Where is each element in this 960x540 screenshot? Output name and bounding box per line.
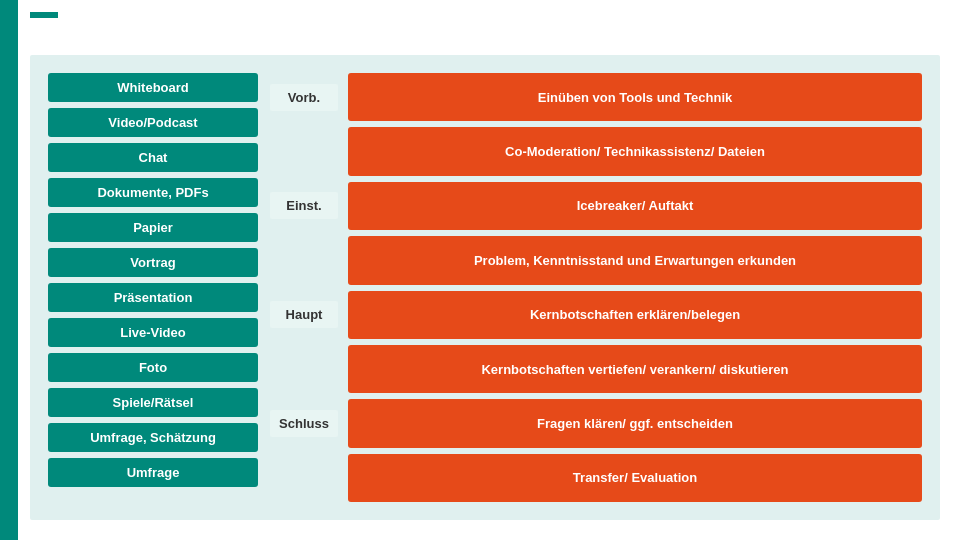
phase-label-einst: Einst. — [270, 192, 338, 219]
phase-content-no-label-3: Kernbotschaften vertiefen/ verankern/ di… — [348, 345, 922, 393]
media-btn-video-podcast[interactable]: Video/Podcast — [48, 108, 258, 137]
phase-row-einst: Einst.Icebreaker/ Auftakt — [270, 182, 922, 230]
media-btn-foto[interactable]: Foto — [48, 353, 258, 382]
phase-content-no-label-2: Problem, Kenntnisstand und Erwartungen e… — [348, 236, 922, 284]
header — [30, 12, 960, 18]
phase-row-vorb: Vorb.Einüben von Tools und Technik — [270, 73, 922, 121]
phase-content-einst: Icebreaker/ Auftakt — [348, 182, 922, 230]
media-btn-spiele[interactable]: Spiele/Rätsel — [48, 388, 258, 417]
phase-row-no-label-4: Transfer/ Evaluation — [270, 454, 922, 502]
media-btn-dokumente[interactable]: Dokumente, PDFs — [48, 178, 258, 207]
media-btn-whiteboard[interactable]: Whiteboard — [48, 73, 258, 102]
phase-content-no-label-4: Transfer/ Evaluation — [348, 454, 922, 502]
phase-row-no-label-1: Co-Moderation/ Technikassistenz/ Dateien — [270, 127, 922, 175]
media-btn-vortrag[interactable]: Vortrag — [48, 248, 258, 277]
phase-label-haupt: Haupt — [270, 301, 338, 328]
media-btn-papier[interactable]: Papier — [48, 213, 258, 242]
phase-content-schluss: Fragen klären/ ggf. entscheiden — [348, 399, 922, 447]
phase-row-no-label-3: Kernbotschaften vertiefen/ verankern/ di… — [270, 345, 922, 393]
left-accent-bar — [0, 0, 18, 540]
phase-row-haupt: HauptKernbotschaften erklären/belegen — [270, 291, 922, 339]
media-btn-praesentation[interactable]: Präsentation — [48, 283, 258, 312]
phase-content-haupt: Kernbotschaften erklären/belegen — [348, 291, 922, 339]
main-content: WhiteboardVideo/PodcastChatDokumente, PD… — [30, 55, 940, 520]
media-btn-chat[interactable]: Chat — [48, 143, 258, 172]
header-accent-line — [30, 12, 58, 18]
phases-wrapper: Vorb.Einüben von Tools und TechnikCo-Mod… — [270, 73, 922, 502]
page-container: WhiteboardVideo/PodcastChatDokumente, PD… — [0, 0, 960, 540]
phase-label-vorb: Vorb. — [270, 84, 338, 111]
media-list: WhiteboardVideo/PodcastChatDokumente, PD… — [48, 73, 258, 502]
phase-row-schluss: SchlussFragen klären/ ggf. entscheiden — [270, 399, 922, 447]
phase-content-no-label-1: Co-Moderation/ Technikassistenz/ Dateien — [348, 127, 922, 175]
phase-row-no-label-2: Problem, Kenntnisstand und Erwartungen e… — [270, 236, 922, 284]
phase-content-vorb: Einüben von Tools und Technik — [348, 73, 922, 121]
phase-label-schluss: Schluss — [270, 410, 338, 437]
media-btn-umfrage-schaetzung[interactable]: Umfrage, Schätzung — [48, 423, 258, 452]
media-btn-live-video[interactable]: Live-Video — [48, 318, 258, 347]
media-btn-umfrage[interactable]: Umfrage — [48, 458, 258, 487]
